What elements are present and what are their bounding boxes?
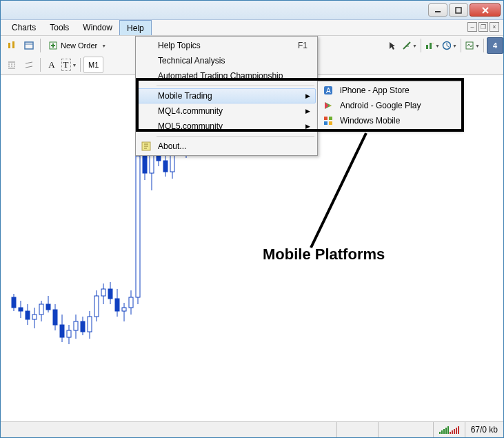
timeframe-label: M1: [88, 61, 99, 69]
tb-chart-icon[interactable]: [3, 37, 20, 54]
svg-rect-55: [108, 289, 112, 299]
mdi-controls: – ❐ ×: [467, 22, 499, 32]
mdi-restore-button[interactable]: ❐: [478, 22, 488, 32]
toolbar-separator: [40, 39, 41, 52]
svg-line-105: [311, 133, 366, 248]
svg-line-2: [483, 8, 488, 13]
menu-label: Windows Mobile: [340, 116, 400, 126]
svg-rect-59: [122, 308, 126, 311]
toolbar-separator: [421, 39, 421, 52]
tb-text-a[interactable]: A: [43, 57, 60, 73]
svg-rect-71: [163, 161, 168, 172]
template-icon: [465, 41, 474, 50]
svg-line-18: [447, 46, 449, 47]
tb-badge[interactable]: 4: [487, 37, 503, 54]
timeframe-m1[interactable]: M1: [83, 57, 103, 73]
submenu-arrow-icon: ▶: [305, 108, 310, 115]
minimize-button[interactable]: [428, 3, 447, 17]
svg-rect-43: [67, 330, 71, 337]
menu-window[interactable]: Window: [76, 20, 119, 35]
svg-rect-102: [329, 117, 332, 120]
windows-icon: [322, 115, 334, 127]
menu-charts[interactable]: Charts: [5, 20, 43, 35]
window-icon: [23, 40, 34, 51]
svg-rect-1: [456, 8, 461, 13]
submenu-arrow-icon: ▶: [305, 92, 310, 99]
submenu-windows-mobile[interactable]: Windows Mobile: [319, 113, 460, 128]
tb-tool3[interactable]: +▼: [424, 37, 441, 54]
svg-rect-13: [426, 45, 428, 49]
svg-rect-27: [12, 297, 16, 308]
menu-about[interactable]: About...: [137, 139, 316, 154]
tb-cursor-icon[interactable]: [384, 37, 401, 54]
menu-tools[interactable]: Tools: [43, 20, 76, 35]
menu-mql5-community[interactable]: MQL5.community ▶: [137, 119, 316, 134]
svg-rect-57: [115, 299, 119, 311]
svg-rect-101: [324, 117, 327, 120]
svg-rect-31: [26, 311, 30, 319]
menu-help-topics[interactable]: Help Topics F1: [137, 38, 316, 53]
svg-rect-45: [74, 321, 78, 330]
tb-properties-icon[interactable]: [21, 37, 37, 54]
toolbar-separator: [461, 39, 461, 52]
svg-text:+: +: [432, 41, 434, 46]
mdi-close-button[interactable]: ×: [490, 22, 499, 32]
svg-rect-29: [19, 308, 23, 311]
svg-rect-49: [88, 317, 92, 332]
tb-period[interactable]: ▼: [441, 37, 458, 54]
menu-label: Android - Google Play: [340, 101, 421, 110]
svg-rect-51: [94, 296, 99, 317]
tb-drawline[interactable]: [21, 57, 37, 73]
equidistant-icon: [24, 60, 34, 70]
fibonacci-icon: [7, 60, 17, 70]
tb-tool2[interactable]: ▼: [401, 37, 418, 54]
tb-text-t[interactable]: T▼: [61, 57, 77, 73]
menu-technical-analysis[interactable]: Technical Analysis: [137, 53, 316, 68]
toolbar-separator: [40, 58, 41, 72]
svg-rect-53: [101, 289, 105, 296]
line-tool-icon: [402, 41, 411, 50]
menu-mql4-community[interactable]: MQL4.community ▶: [137, 103, 316, 119]
submenu-iphone[interactable]: A iPhone - App Store: [319, 83, 460, 98]
menu-label: Technical Analysis: [158, 56, 225, 66]
chevron-down-icon: ▼: [435, 43, 440, 48]
new-order-button[interactable]: New Order ▼: [43, 37, 111, 54]
app-window: – ❐ × Charts Tools Window Help New Order…: [0, 0, 504, 438]
status-kb: 67/0 kb: [465, 422, 503, 437]
menu-label: MQL4.community: [158, 106, 223, 116]
svg-line-25: [26, 66, 32, 68]
chevron-down-icon: ▼: [475, 43, 480, 48]
svg-text:A: A: [326, 87, 331, 94]
about-icon: [140, 140, 152, 152]
svg-rect-61: [129, 297, 133, 308]
svg-rect-63: [136, 156, 140, 297]
status-seg-empty2: [378, 422, 433, 437]
clock-icon: [442, 41, 451, 50]
svg-rect-6: [25, 42, 33, 49]
tb-fib-icon[interactable]: [3, 57, 20, 73]
minimize-icon: [434, 7, 441, 14]
text-t-label: T: [61, 59, 71, 71]
menu-label: Mobile Trading: [158, 91, 212, 101]
appstore-icon: A: [322, 84, 334, 97]
menu-label: Help Topics: [158, 41, 201, 50]
arrow-cursor-icon: [387, 41, 397, 50]
menu-help[interactable]: Help: [119, 20, 152, 35]
menu-separator: [157, 86, 314, 86]
menu-mobile-trading[interactable]: Mobile Trading ▶: [137, 88, 316, 103]
menu-separator: [157, 136, 314, 137]
svg-rect-103: [324, 121, 327, 125]
svg-rect-4: [8, 43, 10, 48]
toolbar-separator: [80, 58, 81, 72]
annotation-label: Mobile Platforms: [263, 246, 385, 263]
close-button[interactable]: [470, 3, 501, 17]
tb-template[interactable]: ▼: [464, 37, 481, 54]
maximize-button[interactable]: [449, 3, 468, 17]
toolbar-separator: [483, 39, 484, 52]
svg-rect-14: [430, 43, 432, 49]
menu-automated-championship[interactable]: Automated Trading Championship: [137, 68, 316, 83]
menu-label: MQL5.community: [158, 121, 223, 131]
signal-bars-icon: [439, 426, 459, 434]
mdi-minimize-button[interactable]: –: [467, 22, 477, 32]
submenu-android[interactable]: Android - Google Play: [319, 98, 460, 113]
